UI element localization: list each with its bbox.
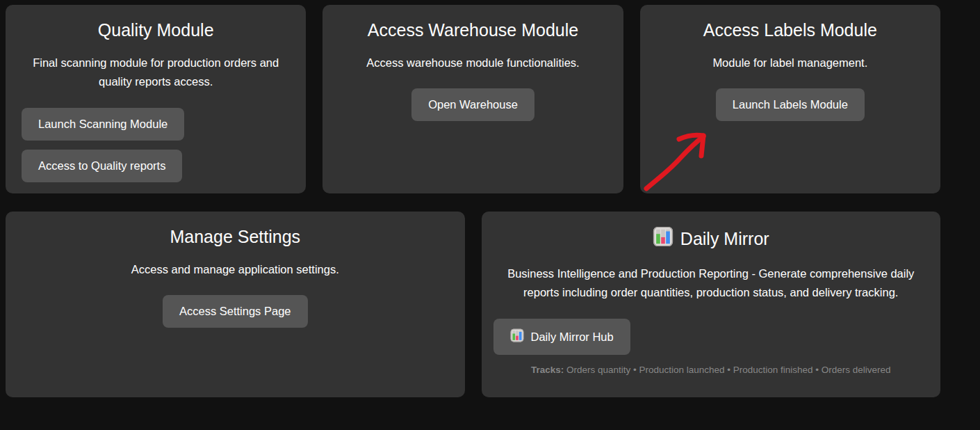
card-description-labels: Module for label management. <box>651 54 930 72</box>
card-warehouse-module: Access Warehouse Module Access warehouse… <box>322 5 623 193</box>
tracks-label: Tracks: <box>531 365 566 375</box>
bottom-row: Manage Settings Access and manage applic… <box>6 212 940 397</box>
open-warehouse-button[interactable]: Open Warehouse <box>411 88 534 121</box>
card-description-warehouse: Access warehouse module functionalities. <box>333 54 612 72</box>
daily-mirror-hub-button-label: Daily Mirror Hub <box>531 331 614 344</box>
card-title-warehouse: Access Warehouse Module <box>333 19 612 40</box>
card-description-daily-mirror: Business Intelligence and Production Rep… <box>492 264 931 302</box>
card-description-settings: Access and manage application settings. <box>16 260 455 279</box>
card-description-quality: Final scanning module for production ord… <box>16 54 295 91</box>
card-title-settings: Manage Settings <box>16 226 455 247</box>
dashboard: Quality Module Final scanning module for… <box>0 0 945 397</box>
card-daily-mirror: Daily Mirror Business Intelligence and P… <box>482 212 941 397</box>
launch-scanning-module-button[interactable]: Launch Scanning Module <box>22 108 184 141</box>
card-quality-module: Quality Module Final scanning module for… <box>6 5 306 193</box>
card-title-labels: Access Labels Module <box>651 19 930 40</box>
card-title-quality: Quality Module <box>16 19 295 40</box>
bar-chart-icon <box>653 226 673 251</box>
card-manage-settings: Manage Settings Access and manage applic… <box>6 212 465 397</box>
bar-chart-icon <box>510 328 524 345</box>
tracks-items: Orders quantity • Production launched • … <box>566 365 891 375</box>
access-quality-reports-button[interactable]: Access to Quality reports <box>22 150 182 182</box>
top-row: Quality Module Final scanning module for… <box>6 5 940 193</box>
quality-buttons: Launch Scanning Module Access to Quality… <box>16 108 295 182</box>
daily-mirror-hub-button[interactable]: Daily Mirror Hub <box>493 319 630 355</box>
card-title-daily-mirror: Daily Mirror <box>492 226 931 251</box>
card-labels-module: Access Labels Module Module for label ma… <box>640 5 940 193</box>
access-settings-page-button[interactable]: Access Settings Page <box>163 295 308 328</box>
launch-labels-module-button[interactable]: Launch Labels Module <box>716 88 865 121</box>
tracks-line: Tracks: Orders quantity • Production lau… <box>492 365 931 375</box>
card-title-daily-mirror-text: Daily Mirror <box>680 228 769 249</box>
